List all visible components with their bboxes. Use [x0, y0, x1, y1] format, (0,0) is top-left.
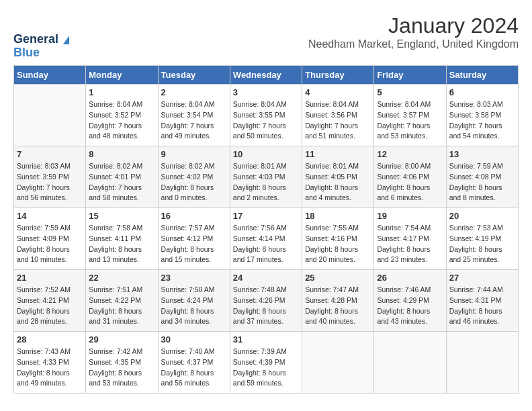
day-info: Sunrise: 8:04 AMSunset: 3:55 PMDaylight:… — [233, 99, 299, 142]
day-info: Sunrise: 7:54 AMSunset: 4:17 PMDaylight:… — [377, 223, 443, 265]
logo: General Blue — [13, 33, 69, 60]
header-row: SundayMondayTuesdayWednesdayThursdayFrid… — [14, 66, 519, 85]
day-cell: 21Sunrise: 7:52 AMSunset: 4:21 PMDayligh… — [14, 270, 86, 332]
day-cell: 18Sunrise: 7:55 AMSunset: 4:16 PMDayligh… — [302, 208, 374, 270]
day-info: Sunrise: 8:02 AMSunset: 4:02 PMDaylight:… — [161, 161, 227, 203]
day-cell: 28Sunrise: 7:43 AMSunset: 4:33 PMDayligh… — [14, 332, 86, 394]
day-info: Sunrise: 7:47 AMSunset: 4:28 PMDaylight:… — [305, 285, 371, 327]
day-number: 15 — [89, 211, 154, 221]
day-number: 8 — [89, 149, 154, 159]
day-info: Sunrise: 7:53 AMSunset: 4:19 PMDaylight:… — [449, 223, 515, 265]
day-info: Sunrise: 8:03 AMSunset: 3:59 PMDaylight:… — [17, 161, 83, 203]
day-number: 11 — [305, 149, 371, 159]
day-cell: 16Sunrise: 7:57 AMSunset: 4:12 PMDayligh… — [158, 208, 230, 270]
day-info: Sunrise: 7:44 AMSunset: 4:31 PMDaylight:… — [449, 285, 515, 327]
day-number: 12 — [377, 149, 443, 159]
header-right: January 2024 Needham Market, England, Un… — [308, 13, 519, 57]
day-info: Sunrise: 7:42 AMSunset: 4:35 PMDaylight:… — [89, 347, 154, 389]
day-number: 9 — [161, 149, 227, 159]
day-number: 27 — [449, 273, 515, 283]
day-cell: 24Sunrise: 7:48 AMSunset: 4:26 PMDayligh… — [230, 270, 302, 332]
day-info: Sunrise: 7:52 AMSunset: 4:21 PMDaylight:… — [17, 285, 83, 327]
day-number: 10 — [233, 149, 299, 159]
header-cell-friday: Friday — [374, 66, 446, 85]
day-info: Sunrise: 8:02 AMSunset: 4:01 PMDaylight:… — [89, 161, 154, 203]
day-info: Sunrise: 7:43 AMSunset: 4:33 PMDaylight:… — [17, 347, 83, 389]
header-cell-thursday: Thursday — [302, 66, 374, 85]
day-cell: 29Sunrise: 7:42 AMSunset: 4:35 PMDayligh… — [86, 332, 158, 394]
day-cell: 20Sunrise: 7:53 AMSunset: 4:19 PMDayligh… — [446, 208, 518, 270]
day-cell: 6Sunrise: 8:03 AMSunset: 3:58 PMDaylight… — [446, 85, 518, 146]
day-info: Sunrise: 7:59 AMSunset: 4:08 PMDaylight:… — [449, 161, 515, 203]
header-cell-monday: Monday — [86, 66, 158, 85]
day-number: 30 — [161, 334, 227, 345]
day-cell: 27Sunrise: 7:44 AMSunset: 4:31 PMDayligh… — [446, 270, 518, 332]
day-number: 22 — [89, 273, 154, 283]
calendar-header: SundayMondayTuesdayWednesdayThursdayFrid… — [14, 66, 519, 85]
day-cell: 13Sunrise: 7:59 AMSunset: 4:08 PMDayligh… — [446, 146, 518, 208]
day-info: Sunrise: 7:51 AMSunset: 4:22 PMDaylight:… — [89, 285, 154, 327]
day-cell: 2Sunrise: 8:04 AMSunset: 3:54 PMDaylight… — [158, 85, 230, 146]
day-number: 7 — [17, 149, 83, 159]
day-cell: 19Sunrise: 7:54 AMSunset: 4:17 PMDayligh… — [374, 208, 446, 270]
week-row-2: 14Sunrise: 7:59 AMSunset: 4:09 PMDayligh… — [14, 208, 519, 270]
day-number: 28 — [17, 334, 83, 345]
day-info: Sunrise: 7:46 AMSunset: 4:29 PMDaylight:… — [377, 285, 443, 327]
day-cell — [302, 332, 374, 394]
week-row-4: 28Sunrise: 7:43 AMSunset: 4:33 PMDayligh… — [14, 332, 519, 394]
week-row-1: 7Sunrise: 8:03 AMSunset: 3:59 PMDaylight… — [14, 146, 519, 208]
header-cell-saturday: Saturday — [446, 66, 518, 85]
day-number: 24 — [233, 273, 299, 283]
header-cell-wednesday: Wednesday — [230, 66, 302, 85]
day-number: 3 — [233, 87, 299, 97]
day-number: 13 — [449, 149, 515, 159]
day-info: Sunrise: 7:48 AMSunset: 4:26 PMDaylight:… — [233, 285, 299, 327]
day-info: Sunrise: 7:58 AMSunset: 4:11 PMDaylight:… — [89, 223, 154, 265]
day-cell: 22Sunrise: 7:51 AMSunset: 4:22 PMDayligh… — [86, 270, 158, 332]
logo-general: General — [13, 32, 58, 46]
day-number: 20 — [449, 211, 515, 221]
week-row-3: 21Sunrise: 7:52 AMSunset: 4:21 PMDayligh… — [14, 270, 519, 332]
day-info: Sunrise: 7:39 AMSunset: 4:39 PMDaylight:… — [233, 347, 299, 389]
day-cell: 5Sunrise: 8:04 AMSunset: 3:57 PMDaylight… — [374, 85, 446, 146]
calendar-table: SundayMondayTuesdayWednesdayThursdayFrid… — [13, 65, 519, 394]
day-info: Sunrise: 8:00 AMSunset: 4:06 PMDaylight:… — [377, 161, 443, 203]
day-cell: 4Sunrise: 8:04 AMSunset: 3:56 PMDaylight… — [302, 85, 374, 146]
day-number: 25 — [305, 273, 371, 283]
day-number: 16 — [161, 211, 227, 221]
week-row-0: 1Sunrise: 8:04 AMSunset: 3:52 PMDaylight… — [14, 85, 519, 146]
day-cell: 17Sunrise: 7:56 AMSunset: 4:14 PMDayligh… — [230, 208, 302, 270]
day-info: Sunrise: 8:04 AMSunset: 3:54 PMDaylight:… — [161, 99, 227, 142]
day-info: Sunrise: 7:55 AMSunset: 4:16 PMDaylight:… — [305, 223, 371, 265]
day-cell: 9Sunrise: 8:02 AMSunset: 4:02 PMDaylight… — [158, 146, 230, 208]
day-number: 21 — [17, 273, 83, 283]
day-cell: 31Sunrise: 7:39 AMSunset: 4:39 PMDayligh… — [230, 332, 302, 394]
day-info: Sunrise: 7:56 AMSunset: 4:14 PMDaylight:… — [233, 223, 299, 265]
day-number: 31 — [233, 334, 299, 345]
day-info: Sunrise: 8:01 AMSunset: 4:03 PMDaylight:… — [233, 161, 299, 203]
day-number: 1 — [89, 87, 154, 97]
day-number: 14 — [17, 211, 83, 221]
header-cell-tuesday: Tuesday — [158, 66, 230, 85]
day-info: Sunrise: 8:04 AMSunset: 3:57 PMDaylight:… — [377, 99, 443, 142]
day-info: Sunrise: 7:50 AMSunset: 4:24 PMDaylight:… — [161, 285, 227, 327]
day-cell: 12Sunrise: 8:00 AMSunset: 4:06 PMDayligh… — [374, 146, 446, 208]
logo-blue: Blue — [13, 46, 69, 60]
day-info: Sunrise: 8:04 AMSunset: 3:56 PMDaylight:… — [305, 99, 371, 142]
month-title: January 2024 — [308, 13, 519, 38]
day-info: Sunrise: 7:40 AMSunset: 4:37 PMDaylight:… — [161, 347, 227, 389]
day-cell — [14, 85, 86, 146]
day-cell: 15Sunrise: 7:58 AMSunset: 4:11 PMDayligh… — [86, 208, 158, 270]
day-cell: 3Sunrise: 8:04 AMSunset: 3:55 PMDaylight… — [230, 85, 302, 146]
day-cell: 8Sunrise: 8:02 AMSunset: 4:01 PMDaylight… — [86, 146, 158, 208]
day-cell: 26Sunrise: 7:46 AMSunset: 4:29 PMDayligh… — [374, 270, 446, 332]
day-cell — [446, 332, 518, 394]
day-number: 26 — [377, 273, 443, 283]
day-number: 2 — [161, 87, 227, 97]
day-info: Sunrise: 8:03 AMSunset: 3:58 PMDaylight:… — [449, 99, 515, 142]
day-cell — [374, 332, 446, 394]
day-number: 23 — [161, 273, 227, 283]
day-cell: 1Sunrise: 8:04 AMSunset: 3:52 PMDaylight… — [86, 85, 158, 146]
day-info: Sunrise: 8:04 AMSunset: 3:52 PMDaylight:… — [89, 99, 154, 142]
day-cell: 14Sunrise: 7:59 AMSunset: 4:09 PMDayligh… — [14, 208, 86, 270]
